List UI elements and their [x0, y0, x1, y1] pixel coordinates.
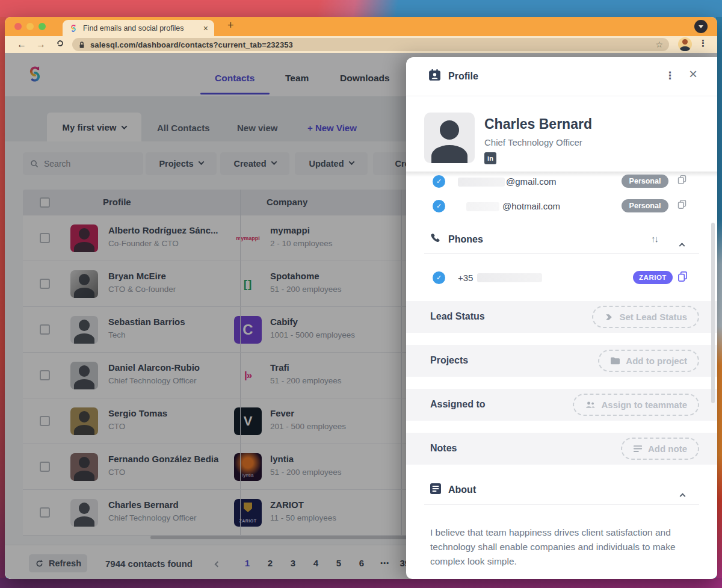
reload-button[interactable]	[55, 39, 65, 48]
copy-icon[interactable]	[677, 271, 688, 282]
forward-button[interactable]: →	[36, 37, 46, 52]
phone-icon	[429, 233, 440, 244]
profile-name: Charles Bernard	[484, 116, 592, 132]
browser-tab-strip: Find emails and social profiles × +	[5, 17, 717, 36]
projects-section: Projects Add to project	[406, 345, 717, 377]
tab-title: Find emails and social profiles	[83, 24, 199, 32]
page-viewport: Contacts Team Downloads My first view Al…	[5, 53, 717, 579]
close-window-button[interactable]	[14, 23, 22, 30]
divider	[424, 504, 699, 505]
set-lead-status-button[interactable]: Set Lead Status	[592, 306, 699, 328]
copy-icon[interactable]	[677, 175, 687, 185]
chevron-down-icon	[699, 25, 703, 28]
assigned-to-section: Assigned to Assign to teammate	[406, 389, 717, 421]
redacted-email-local-part	[458, 178, 505, 187]
contact-card-icon	[428, 69, 442, 82]
people-icon	[585, 400, 596, 409]
linkedin-icon[interactable]: in	[484, 152, 496, 164]
collapse-chevron-icon[interactable]	[680, 488, 685, 499]
phone-number: +35	[458, 273, 473, 283]
folder-icon	[610, 356, 620, 365]
email-address: @gmail.com	[506, 176, 557, 187]
panel-close-icon[interactable]: ×	[689, 66, 697, 82]
url-text: salesql.com/dashboard/contacts?current_t…	[90, 40, 293, 49]
email-tag-personal: Personal	[622, 175, 668, 188]
verified-badge-icon: ✓	[433, 271, 445, 284]
about-icon	[429, 482, 442, 495]
divider	[406, 96, 717, 96]
panel-menu-icon[interactable]: ⋮	[665, 69, 675, 82]
sticky-header-shadow	[406, 172, 717, 177]
profile-panel: Profile ⋮ × Charles Bernard Chief Techno…	[406, 57, 717, 579]
panel-scrollbar[interactable]	[711, 223, 715, 403]
divider	[424, 253, 699, 254]
panel-title: Profile	[448, 71, 478, 82]
salesql-favicon-icon	[69, 23, 78, 33]
copy-icon[interactable]	[677, 199, 687, 209]
email-address: @hotmail.com	[502, 201, 560, 211]
verified-badge-icon: ✓	[433, 200, 445, 212]
browser-menu-icon[interactable]: ⋮	[699, 38, 708, 49]
lead-status-icon	[604, 312, 614, 322]
zoom-window-button[interactable]	[39, 23, 46, 30]
tab-close-icon[interactable]: ×	[203, 24, 208, 32]
lock-icon	[78, 41, 85, 49]
verified-badge-icon: ✓	[433, 175, 445, 188]
phones-section-title: Phones	[448, 234, 483, 245]
browser-tab[interactable]: Find emails and social profiles ×	[63, 20, 214, 36]
profile-role: Chief Technology Officer	[484, 137, 582, 147]
about-text: I believe that team happiness drives cli…	[430, 525, 688, 569]
back-button[interactable]: ←	[17, 37, 26, 52]
profile-photo	[424, 113, 475, 163]
collapse-chevron-icon[interactable]	[680, 238, 684, 249]
lead-status-section: Lead Status Set Lead Status	[406, 301, 717, 333]
new-tab-button[interactable]: +	[227, 19, 234, 32]
note-lines-icon	[633, 445, 643, 453]
notes-section: Notes Add note	[406, 433, 717, 465]
redacted-phone-digits	[477, 273, 542, 282]
desktop-wallpaper-bottom	[0, 578, 722, 588]
minimize-window-button[interactable]	[26, 23, 34, 30]
browser-toolbar: ← → salesql.com/dashboard/contacts?curre…	[5, 36, 717, 53]
browser-profile-avatar[interactable]	[678, 37, 692, 51]
add-to-project-button[interactable]: Add to project	[598, 350, 699, 372]
redacted-email-local-part	[466, 202, 499, 211]
sort-icon[interactable]: ↑↓	[651, 234, 658, 244]
add-note-button[interactable]: Add note	[621, 438, 699, 460]
about-section-title: About	[448, 484, 476, 495]
phone-tag-zariot: ZARIOT	[633, 271, 673, 284]
address-bar[interactable]: salesql.com/dashboard/contacts?current_t…	[72, 38, 669, 51]
window-controls	[14, 23, 46, 30]
browser-window: Find emails and social profiles × + ← → …	[5, 17, 717, 579]
bookmark-star-icon[interactable]: ☆	[655, 40, 663, 49]
email-tag-personal: Personal	[622, 199, 668, 212]
tab-search-button[interactable]	[694, 20, 708, 33]
assign-to-teammate-button[interactable]: Assign to teammate	[573, 394, 699, 416]
